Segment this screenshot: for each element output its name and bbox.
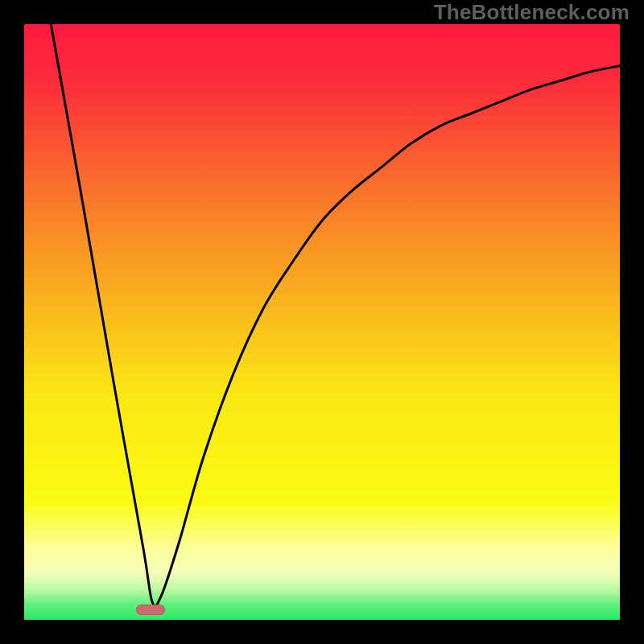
chart-plot-area (24, 24, 620, 620)
watermark-text: TheBottleneck.com (434, 0, 630, 25)
gradient-background (24, 24, 620, 620)
chart-frame: TheBottleneck.com (0, 0, 644, 644)
chart-svg (24, 24, 620, 620)
optimal-marker (136, 605, 165, 615)
